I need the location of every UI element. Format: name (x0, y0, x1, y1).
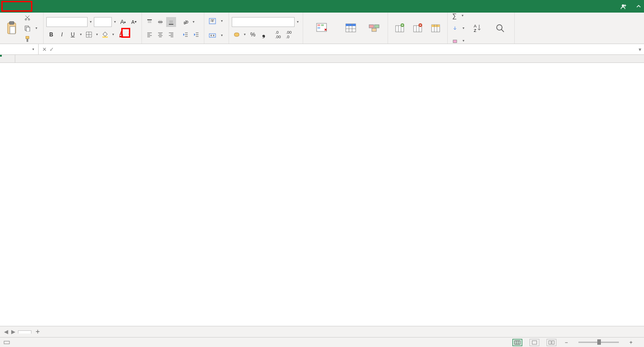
delete-cells-button[interactable] (409, 21, 427, 36)
fill-color-button[interactable] (100, 30, 110, 40)
align-left-icon[interactable] (145, 30, 154, 40)
align-middle-icon[interactable] (155, 17, 165, 27)
enter-formula-icon[interactable]: ✓ (49, 46, 54, 53)
font-color-dropdown[interactable]: ▾ (127, 30, 132, 40)
svg-rect-74 (4, 341, 9, 344)
zoom-in-button[interactable]: + (628, 339, 634, 346)
svg-rect-79 (549, 341, 551, 344)
merge-center-button[interactable]: ▾ (207, 30, 226, 41)
comma-format-icon[interactable]: ❟ (259, 30, 269, 40)
underline-dropdown[interactable]: ▾ (79, 30, 83, 40)
format-cells-button[interactable] (427, 21, 445, 36)
borders-dropdown[interactable]: ▾ (95, 30, 99, 40)
svg-rect-50 (346, 24, 356, 26)
clipboard-icon (5, 22, 18, 34)
svg-rect-78 (532, 341, 537, 344)
underline-button[interactable]: U (68, 30, 78, 40)
format-table-icon (344, 22, 357, 34)
copy-button[interactable]: ▾ (22, 22, 40, 34)
wrap-text-button[interactable]: ▾ (207, 15, 226, 27)
zoom-slider[interactable] (578, 342, 619, 343)
svg-rect-69 (453, 40, 457, 43)
paste-button[interactable] (3, 21, 21, 36)
svg-rect-3 (10, 27, 15, 34)
borders-button[interactable] (84, 30, 94, 40)
font-size-dropdown-icon[interactable]: ▾ (113, 17, 117, 27)
normal-view-button[interactable] (512, 339, 522, 346)
add-sheet-button[interactable]: + (33, 327, 42, 336)
sort-filter-button[interactable]: AZ (468, 21, 489, 36)
conditional-formatting-button[interactable] (306, 21, 338, 36)
share-button[interactable] (617, 1, 632, 11)
autosum-button[interactable]: ∑▾ (450, 10, 468, 22)
svg-rect-2 (9, 22, 14, 24)
fill-color-dropdown[interactable]: ▾ (111, 30, 115, 40)
increase-indent-icon[interactable] (191, 30, 201, 40)
sheet-tab[interactable] (18, 330, 31, 334)
fill-button[interactable]: ▾ (450, 22, 468, 34)
cancel-formula-icon[interactable]: ✕ (42, 46, 47, 53)
svg-rect-46 (318, 24, 320, 26)
page-layout-view-button[interactable] (529, 339, 539, 346)
worksheet-grid[interactable] (0, 55, 644, 326)
svg-rect-75 (515, 341, 520, 344)
format-as-table-button[interactable] (338, 21, 363, 36)
orientation-dropdown[interactable]: ▾ (191, 17, 196, 27)
expand-formula-bar-icon[interactable]: ▾ (636, 46, 644, 53)
ribbon-tabs-bar (0, 0, 644, 13)
svg-rect-66 (432, 25, 440, 27)
cell-styles-button[interactable] (363, 21, 385, 36)
svg-rect-48 (318, 27, 320, 29)
insert-cells-button[interactable] (391, 21, 409, 36)
svg-rect-80 (552, 341, 554, 344)
customize-statusbar-icon[interactable] (4, 339, 10, 346)
zoom-out-button[interactable]: − (563, 339, 569, 346)
font-name-select[interactable] (46, 17, 88, 27)
find-select-button[interactable] (489, 21, 512, 36)
svg-text:ab: ab (183, 19, 189, 25)
align-top-icon[interactable] (145, 17, 154, 27)
find-icon (494, 22, 507, 34)
align-right-icon[interactable] (166, 30, 176, 40)
cut-button[interactable] (22, 13, 40, 22)
increase-font-icon[interactable]: A▴ (118, 17, 128, 27)
font-size-select[interactable] (94, 17, 112, 27)
sheet-nav-prev-icon[interactable]: ◀ (3, 329, 9, 335)
insert-icon (393, 22, 406, 34)
svg-text:Z: Z (474, 28, 476, 33)
accounting-format-icon[interactable] (232, 30, 242, 40)
italic-button[interactable]: I (57, 30, 67, 40)
svg-text:A: A (474, 24, 476, 28)
conditional-formatting-icon (316, 22, 328, 34)
svg-rect-7 (26, 27, 30, 31)
number-format-dropdown[interactable]: ▾ (296, 17, 300, 27)
clear-button[interactable]: ▾ (450, 35, 468, 47)
formula-bar: ▾ ✕ ✓ ▾ (0, 44, 644, 55)
decrease-font-icon[interactable]: A▾ (129, 17, 139, 27)
decrease-indent-icon[interactable] (181, 30, 190, 40)
svg-rect-9 (26, 39, 28, 42)
svg-rect-55 (375, 25, 379, 28)
percent-format-icon[interactable]: % (248, 30, 258, 40)
delete-icon (411, 22, 424, 34)
format-painter-button[interactable] (22, 35, 40, 43)
name-box[interactable]: ▾ (0, 44, 39, 54)
sheet-nav-next-icon[interactable]: ▶ (10, 329, 16, 335)
align-bottom-icon[interactable] (166, 17, 176, 27)
sheet-tabs-bar: ◀ ▶ + (0, 326, 644, 337)
svg-rect-56 (372, 28, 376, 31)
svg-rect-8 (26, 36, 29, 38)
bold-button[interactable]: B (46, 30, 56, 40)
orientation-icon[interactable]: ab (181, 17, 190, 27)
increase-decimal-icon[interactable]: .0.00 (273, 30, 283, 40)
number-format-select[interactable] (232, 17, 295, 27)
font-color-button[interactable]: A (116, 30, 126, 40)
font-name-dropdown-icon[interactable]: ▾ (88, 17, 93, 27)
format-cells-icon (429, 22, 442, 34)
select-all-corner[interactable] (0, 55, 15, 62)
svg-rect-54 (369, 25, 374, 28)
align-center-icon[interactable] (155, 30, 165, 40)
collapse-ribbon-icon[interactable] (636, 4, 641, 9)
page-break-view-button[interactable] (547, 339, 556, 346)
decrease-decimal-icon[interactable]: .00.0 (284, 30, 294, 40)
